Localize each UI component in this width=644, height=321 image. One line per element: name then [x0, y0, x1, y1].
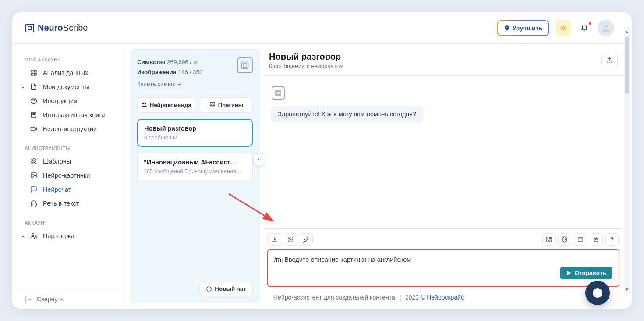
- panel-logo-icon: [237, 57, 253, 73]
- message-input-text[interactable]: /mj Введите описание картинки на английс…: [274, 256, 612, 263]
- svg-rect-3: [34, 70, 36, 72]
- brand-strong: Neuro: [38, 23, 63, 32]
- image-button[interactable]: [284, 233, 297, 246]
- magic-button[interactable]: [300, 233, 313, 246]
- sidebar-item-label: Мои документы: [43, 83, 89, 90]
- bell-icon: [580, 24, 588, 32]
- sidebar-item-label: Речь в текст: [43, 200, 79, 207]
- svg-rect-15: [243, 64, 247, 67]
- sidebar-item-analytics[interactable]: Анализ данных: [12, 66, 124, 80]
- conversation-title: Новый разговор: [144, 125, 246, 132]
- svg-rect-14: [242, 62, 248, 69]
- tab-label: Плагины: [218, 102, 243, 108]
- help-button[interactable]: ?: [605, 233, 619, 246]
- sidebar-collapse-button[interactable]: |← Свернуть: [12, 289, 124, 309]
- footer-link[interactable]: Нейроскрайб: [427, 294, 464, 301]
- conversation-item-active[interactable]: Новый разговор 0 сообщений: [137, 119, 253, 147]
- sidebar-item-video[interactable]: Видео-инструкции: [12, 122, 124, 136]
- image-icon: [287, 236, 294, 243]
- symbols-label: Символы: [137, 59, 165, 65]
- sidebar-item-documents[interactable]: ▸ Мои документы: [12, 80, 124, 94]
- svg-rect-8: [31, 127, 35, 131]
- image-icon: [30, 172, 38, 179]
- conversation-item[interactable]: "Инновационный AI-ассист… 185 сообщений …: [137, 153, 253, 180]
- collapse-label: Свернуть: [37, 296, 64, 303]
- tab-plugins[interactable]: Плагины: [200, 97, 253, 113]
- sidebar-item-label: Шаблоны: [43, 158, 71, 165]
- usage-stats: Символы 269,696 / ∞ Изображения 146 / 35…: [137, 57, 237, 89]
- notification-dot: [589, 22, 591, 25]
- svg-rect-12: [35, 204, 36, 206]
- logo-icon: [25, 24, 34, 32]
- send-label: Отправить: [574, 270, 606, 276]
- extension-button[interactable]: [542, 233, 556, 246]
- svg-rect-21: [213, 105, 215, 107]
- sidebar-item-label: Нейрочат: [43, 186, 71, 193]
- sidebar-item-label: Анализ данных: [43, 69, 88, 76]
- conversation-subtitle: 0 сообщений: [144, 135, 246, 141]
- conversation-title: "Инновационный AI-ассист…: [144, 159, 246, 166]
- sidebar-item-speech[interactable]: Речь в текст: [12, 196, 124, 210]
- robot-icon: [593, 236, 599, 243]
- app-logo[interactable]: NeuroScribe: [25, 23, 88, 33]
- sidebar-item-label: Инструкции: [43, 97, 77, 104]
- robot-button[interactable]: [590, 233, 603, 246]
- sidebar-item-label: Видео-инструкции: [43, 125, 97, 132]
- scrollbar[interactable]: ▲ ▼: [624, 28, 630, 293]
- send-button[interactable]: Отправить: [560, 267, 612, 279]
- scrollbar-thumb[interactable]: [625, 37, 629, 94]
- sidebar-item-neurochat[interactable]: Нейрочат: [12, 182, 124, 196]
- scroll-up-icon[interactable]: ▲: [625, 28, 629, 36]
- new-chat-label: Новый чат: [215, 285, 246, 292]
- sidebar-item-instructions[interactable]: Инструкции: [12, 94, 124, 108]
- new-chat-button[interactable]: Новый чат: [199, 282, 253, 296]
- sidebar-item-partner[interactable]: ▸ Партнерка: [12, 229, 124, 243]
- plus-icon: [206, 286, 212, 292]
- svg-rect-11: [31, 204, 32, 206]
- share-button[interactable]: [601, 53, 618, 68]
- theme-toggle-button[interactable]: [556, 20, 571, 36]
- headphones-icon: [30, 200, 38, 207]
- upgrade-label: Улучшить: [513, 25, 542, 32]
- caret-right-icon: ▸: [22, 234, 24, 239]
- window-icon: [577, 236, 584, 243]
- svg-rect-19: [213, 103, 215, 104]
- settings-button[interactable]: [558, 233, 571, 246]
- sidebar-item-book[interactable]: Интерактивная книга: [12, 108, 124, 122]
- sidebar-section-tools: AI-ИНСТРУМЕНТЫ: [12, 142, 124, 154]
- sidebar: МОЙ АККАУНТ Анализ данных ▸ Мои документ…: [12, 44, 124, 309]
- svg-point-17: [145, 103, 146, 105]
- support-chat-fab[interactable]: [585, 281, 610, 305]
- tab-team[interactable]: Нейрокоманда: [137, 97, 195, 113]
- sidebar-item-label: Партнерка: [43, 232, 74, 239]
- sun-icon: [559, 24, 567, 32]
- svg-point-31: [597, 239, 597, 240]
- symbols-value: 269,696 / ∞: [167, 59, 198, 65]
- window-button[interactable]: [574, 233, 587, 246]
- conversation-panel: Символы 269,696 / ∞ Изображения 146 / 35…: [130, 49, 260, 303]
- layers-icon: [30, 158, 38, 165]
- download-icon: [272, 236, 278, 243]
- notifications-button[interactable]: [577, 20, 592, 36]
- scroll-down-icon[interactable]: ▼: [625, 285, 629, 293]
- images-value: 146 / 350: [178, 69, 202, 75]
- svg-point-16: [142, 103, 144, 105]
- document-icon: [30, 83, 38, 90]
- buy-symbols-link[interactable]: Купить символы: [137, 79, 237, 89]
- grid-icon: [30, 69, 38, 76]
- collapse-icon: |←: [25, 296, 32, 303]
- question-icon: ?: [610, 236, 614, 243]
- svg-rect-23: [276, 90, 281, 96]
- svg-point-27: [564, 239, 566, 240]
- chat-messages-area: Здравствуйте! Как я могу вам помочь сего…: [265, 75, 622, 228]
- sidebar-item-templates[interactable]: Шаблоны: [12, 154, 124, 168]
- puzzle-icon: [546, 236, 552, 243]
- attachment-button[interactable]: [268, 233, 281, 246]
- footer-text: Нейро-ассистент для создателей контента.: [273, 294, 397, 301]
- app-header: NeuroScribe Улучшить: [12, 12, 632, 44]
- upgrade-button[interactable]: Улучшить: [497, 20, 549, 36]
- message-input-area[interactable]: /mj Введите описание картинки на английс…: [267, 249, 619, 287]
- svg-rect-5: [34, 73, 36, 75]
- user-avatar[interactable]: [598, 20, 614, 36]
- sidebar-item-images[interactable]: Нейро-картинки: [12, 168, 124, 182]
